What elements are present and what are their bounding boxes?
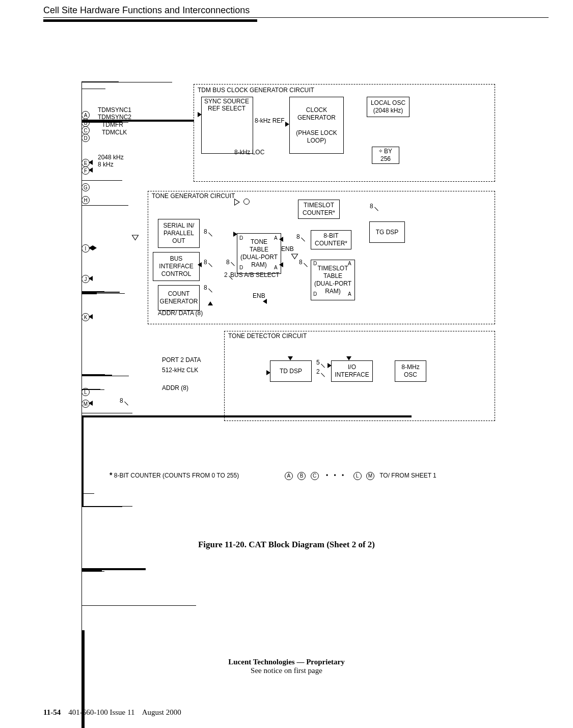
arrow-icon (89, 314, 93, 319)
proprietary-line: Lucent Technologies — Proprietary See no… (0, 658, 573, 675)
tone-table-d1: D (239, 235, 243, 241)
legend-ellipsis: • • • (326, 472, 346, 479)
legend-b: B (297, 472, 306, 480)
legend-text: TO/ FROM SHEET 1 (379, 472, 436, 479)
buffer-icon (234, 199, 240, 206)
osc-8mhz: 8-MHz OSC (395, 360, 426, 382)
arrow-icon (89, 160, 93, 165)
wire (81, 205, 128, 206)
diagram-canvas: TDM BUS CLOCK GENERATOR CIRCUIT SYNC SOU… (81, 81, 499, 504)
enb-1: ENB (281, 245, 294, 253)
div-256-lbl: ÷ BY 256 (378, 147, 393, 164)
timeslot-counter: TIMESLOT COUNTER* (298, 200, 340, 219)
arrow-icon (279, 262, 283, 267)
pin-a-label: TDMSYNC1 (98, 106, 131, 114)
loc-label: 8-kHz LOC (234, 149, 264, 156)
tone-table-a2: A (274, 265, 278, 270)
arrow-icon (288, 356, 293, 360)
bus-if-lbl: BUS INTERFACE CONTROL (158, 254, 194, 279)
wire (81, 413, 132, 413)
header-rule-thick (43, 19, 257, 22)
ref-label: 8-kHz REF (255, 117, 285, 124)
arrow-icon (89, 167, 93, 173)
bus8-4: 8 (204, 284, 207, 291)
legend-l: L (353, 472, 362, 480)
tg-dsp: TG DSP (369, 221, 405, 243)
local-osc-lbl: LOCAL OSC (2048 kHz) (370, 98, 406, 116)
wire (81, 206, 82, 273)
legend-m: M (366, 472, 374, 480)
thick-bus (81, 417, 84, 493)
sync-source-select-lbl: SYNC SOURCE REF SELECT (202, 98, 252, 112)
footnote: * 8-BIT COUNTER (COUNTS FROM 0 TO 255) A… (110, 471, 499, 480)
clock-generator: CLOCK GENERATOR (PHASE LOCK LOOP) (289, 97, 344, 154)
div-256: ÷ BY 256 (372, 147, 399, 164)
eight-bit-counter: 8-BIT COUNTER* (311, 230, 351, 249)
bus8-5: 8 (296, 233, 300, 240)
td-dsp-lbl: TD DSP (279, 367, 303, 376)
wire (81, 507, 122, 507)
thick-bus (81, 494, 84, 506)
bus8-3: 8 (226, 259, 230, 266)
count-gen-lbl: COUNT GENERATOR (159, 289, 199, 306)
wire (81, 571, 104, 572)
pin-d: D (81, 134, 90, 142)
wire (81, 376, 129, 376)
slash-icon (124, 402, 128, 406)
timeslot-table-lbl: TIMESLOT TABLE (DUAL-PORT RAM) (313, 264, 352, 296)
pin-c-label: TDMFR (102, 121, 123, 128)
clk512-label: 512-kHz CLK (162, 367, 198, 374)
timeslot-table-a1: A (348, 261, 351, 266)
bus2b: 2 (316, 368, 320, 375)
bus-interface-control: BUS INTERFACE CONTROL (153, 252, 200, 281)
timeslot-table-d2: D (313, 291, 317, 297)
tone-table-a1: A (274, 235, 278, 241)
enb-2: ENB (253, 292, 265, 299)
arrow-icon (279, 237, 283, 242)
page-number: 11-54 (43, 708, 61, 716)
footnote-text: 8-BIT COUNTER (COUNTS FROM 0 TO 255) (114, 472, 239, 479)
header-rule-thin (43, 17, 549, 18)
tg-dsp-lbl: TG DSP (375, 228, 400, 237)
bus5: 5 (316, 359, 320, 366)
footnote-star: * (110, 471, 112, 479)
bus-ab-select: BUS A/B SELECT (230, 271, 280, 278)
timeslot-counter-lbl: TIMESLOT COUNTER* (302, 201, 336, 218)
arrow-icon (263, 299, 267, 304)
buffer-icon (132, 235, 139, 241)
pin-a: A (81, 111, 90, 119)
wire (81, 82, 172, 82)
io-if-lbl: I/O INTERFACE (334, 362, 370, 380)
pin-b: B (81, 119, 90, 127)
eight-bit-counter-lbl: 8-BIT COUNTER* (314, 231, 348, 248)
pin-f-label: 8 kHz (98, 161, 114, 168)
arrow-icon (198, 262, 202, 267)
legend-c: C (311, 472, 319, 480)
pin-h: H (81, 196, 90, 204)
arrow-icon (328, 363, 332, 368)
wire (81, 605, 196, 606)
local-osc: LOCAL OSC (2048 kHz) (367, 97, 410, 117)
timeslot-table-d1: D (313, 261, 317, 266)
arrow-icon (93, 245, 97, 250)
addr-data-8: ADDR/ DATA (8) (158, 310, 203, 317)
serial-in-parallel-out: SERIAL IN/ PARALLEL OUT (158, 219, 200, 248)
arrow-icon (233, 232, 237, 237)
bus8-m: 8 (120, 397, 123, 404)
wire (81, 376, 82, 389)
bus8-1: 8 (204, 228, 207, 235)
doc-id: 401-660-100 Issue 11 (68, 708, 134, 716)
bus2: 2 (224, 271, 228, 278)
td-dsp: TD DSP (270, 360, 312, 382)
inverter-bubble-icon (243, 199, 250, 205)
wire (81, 507, 82, 568)
arrow-icon (346, 356, 351, 360)
arrow-icon (89, 276, 93, 281)
arrow-icon (285, 122, 289, 127)
figure-caption: Figure 11-20. CAT Block Diagram (Sheet 2… (0, 540, 573, 550)
arrow-icon (89, 401, 93, 406)
pin-b-label: TDMSYNC2 (98, 114, 131, 121)
wire (81, 345, 82, 374)
pin-d-label: TDMCLK (102, 129, 127, 136)
arrow-icon (89, 245, 93, 250)
